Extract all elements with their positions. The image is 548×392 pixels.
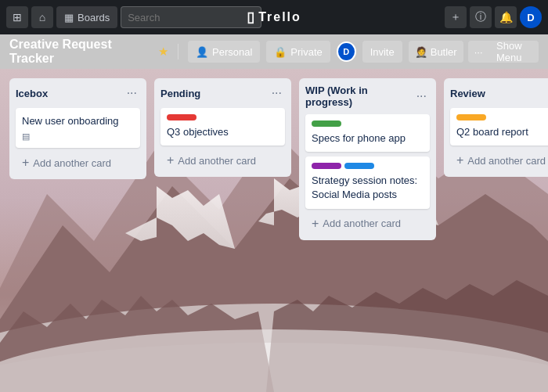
card-title: Strategy session notes: Social Media pos… bbox=[312, 174, 424, 202]
lock-icon: 🔒 bbox=[274, 46, 287, 58]
header-divider bbox=[178, 44, 178, 59]
add-card-plus-icon: + bbox=[456, 153, 463, 167]
boards-btn[interactable]: ▦ Boards bbox=[56, 6, 117, 28]
home-icon-btn[interactable]: ⌂ bbox=[31, 6, 53, 28]
board-header-right: 🤵 Butler ··· Show Menu bbox=[409, 41, 539, 63]
lists-container: Icebox···New user onboarding▤+Add anothe… bbox=[0, 69, 548, 250]
add-card-btn[interactable]: +Add another card bbox=[305, 214, 430, 234]
add-card-btn[interactable]: +Add another card bbox=[160, 150, 285, 171]
card-title: New user onboarding bbox=[22, 114, 134, 128]
list-header: Icebox··· bbox=[16, 85, 140, 102]
card-labels bbox=[312, 120, 424, 127]
add-btn[interactable]: ＋ bbox=[445, 6, 467, 28]
top-nav: ⊞ ⌂ ▦ Boards ▯ Trello ＋ ⓘ 🔔 D bbox=[0, 0, 548, 34]
card-title: Q2 board report bbox=[456, 125, 548, 139]
list-title: WIP (Work in progress) bbox=[305, 85, 413, 108]
info-btn[interactable]: ⓘ bbox=[470, 6, 492, 28]
add-card-label: Add another card bbox=[33, 157, 111, 169]
label-bar bbox=[456, 114, 486, 120]
butler-icon: 🤵 bbox=[415, 46, 427, 58]
list-pending: Pending···Q3 objectives+Add another card bbox=[154, 78, 291, 177]
card-title: Q3 objectives bbox=[167, 125, 279, 139]
trello-logo: ▯ Trello bbox=[247, 9, 301, 26]
nav-left-icons: ⊞ ⌂ ▦ Boards bbox=[6, 6, 261, 28]
bell-btn[interactable]: 🔔 bbox=[495, 6, 517, 28]
menu-dots-icon: ··· bbox=[474, 46, 483, 58]
person-icon: 👤 bbox=[196, 46, 208, 58]
list-menu-btn[interactable]: ··· bbox=[413, 88, 430, 105]
list-wip: WIP (Work in progress)···Specs for phone… bbox=[299, 78, 436, 240]
butler-btn[interactable]: 🤵 Butler bbox=[409, 41, 463, 63]
card[interactable]: Specs for phone app bbox=[305, 114, 430, 152]
private-label: Private bbox=[290, 46, 322, 58]
add-card-label: Add another card bbox=[323, 218, 401, 229]
add-card-btn[interactable]: +Add another card bbox=[16, 153, 140, 173]
add-card-label: Add another card bbox=[467, 155, 546, 167]
private-btn[interactable]: 🔒 Private bbox=[266, 41, 330, 63]
card-attachment-icon: ▤ bbox=[22, 131, 134, 142]
show-menu-label: Show Menu bbox=[486, 40, 532, 63]
add-card-btn[interactable]: +Add another card bbox=[450, 150, 548, 171]
add-card-plus-icon: + bbox=[167, 153, 174, 167]
label-bar bbox=[312, 163, 341, 169]
board-star-icon[interactable]: ★ bbox=[158, 45, 168, 59]
card[interactable]: New user onboarding▤ bbox=[16, 108, 140, 148]
label-bar bbox=[312, 120, 341, 127]
list-menu-btn[interactable]: ··· bbox=[124, 85, 140, 102]
list-title: Icebox bbox=[16, 88, 48, 99]
list-review: Review···Q2 board report+Add another car… bbox=[444, 78, 548, 177]
list-header: Pending··· bbox=[160, 85, 285, 102]
trello-logo-text: Trello bbox=[258, 10, 301, 24]
card[interactable]: Q2 board report bbox=[450, 108, 548, 146]
card-labels bbox=[456, 114, 548, 120]
board-avatar[interactable]: D bbox=[337, 41, 356, 62]
card[interactable]: Q3 objectives bbox=[160, 108, 285, 146]
label-bar bbox=[167, 114, 196, 120]
board-title: Creative Request Tracker bbox=[9, 38, 152, 66]
user-avatar[interactable]: D bbox=[520, 6, 542, 28]
personal-btn[interactable]: 👤 Personal bbox=[188, 41, 260, 63]
personal-label: Personal bbox=[212, 46, 252, 58]
nav-right: ＋ ⓘ 🔔 D bbox=[445, 6, 542, 28]
card-title: Specs for phone app bbox=[312, 131, 424, 146]
butler-label: Butler bbox=[431, 46, 457, 58]
add-card-plus-icon: + bbox=[22, 156, 29, 170]
trello-logo-icon: ▯ bbox=[247, 9, 255, 26]
board-icon: ▦ bbox=[64, 12, 74, 23]
search-input[interactable] bbox=[121, 6, 261, 28]
add-card-plus-icon: + bbox=[312, 217, 319, 231]
card[interactable]: Strategy session notes: Social Media pos… bbox=[305, 156, 430, 208]
list-title: Pending bbox=[160, 88, 200, 99]
list-header: WIP (Work in progress)··· bbox=[305, 85, 430, 108]
card-labels bbox=[167, 114, 279, 120]
add-card-label: Add another card bbox=[178, 155, 256, 167]
board-area: Icebox···New user onboarding▤+Add anothe… bbox=[0, 69, 548, 392]
show-menu-btn[interactable]: ··· Show Menu bbox=[468, 41, 539, 63]
list-title: Review bbox=[450, 88, 485, 99]
list-menu-btn[interactable]: ··· bbox=[269, 85, 285, 102]
grid-icon-btn[interactable]: ⊞ bbox=[6, 6, 28, 28]
card-labels bbox=[312, 163, 424, 169]
invite-btn[interactable]: Invite bbox=[362, 41, 402, 63]
board-header: Creative Request Tracker ★ 👤 Personal 🔒 … bbox=[0, 34, 548, 69]
list-icebox: Icebox···New user onboarding▤+Add anothe… bbox=[9, 78, 146, 179]
label-bar bbox=[344, 163, 374, 169]
list-header: Review··· bbox=[450, 85, 548, 102]
boards-label: Boards bbox=[78, 12, 110, 23]
